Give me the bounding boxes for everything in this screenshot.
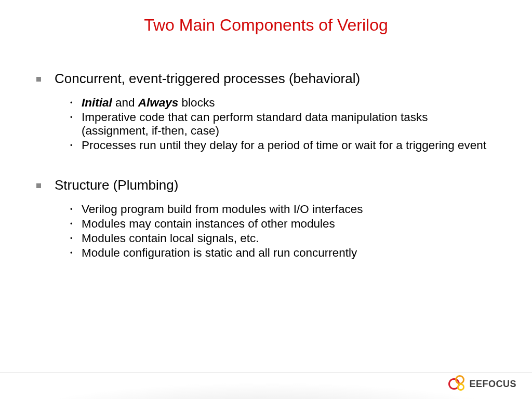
list-item: Verilog program build from modules with …: [70, 203, 496, 216]
footer-divider: [0, 372, 532, 373]
slide-content: Concurrent, event-triggered processes (b…: [21, 71, 511, 261]
list-item: Processes run until they delay for a per…: [70, 139, 496, 152]
list-item: Modules contain local signals, etc.: [70, 232, 496, 245]
brand-logo: EEFOCUS: [448, 375, 516, 393]
list-item: Module configuration is static and all r…: [70, 246, 496, 260]
list-item: Imperative code that can perform standar…: [70, 111, 496, 138]
section-1-list: Initial and Always blocks Imperative cod…: [55, 96, 496, 152]
section-2: Structure (Plumbing) Verilog program bui…: [36, 178, 496, 260]
section-2-body: Structure (Plumbing) Verilog program bui…: [55, 178, 496, 260]
section-2-list: Verilog program build from modules with …: [55, 203, 496, 260]
logo-mark-icon: [448, 375, 466, 393]
logo-text: EEFOCUS: [469, 379, 516, 390]
slide-footer: EEFOCUS: [0, 363, 532, 399]
section-1-heading: Concurrent, event-triggered processes (b…: [55, 71, 496, 87]
slide: Two Main Components of Verilog Concurren…: [0, 0, 532, 399]
section-1-body: Concurrent, event-triggered processes (b…: [55, 71, 496, 153]
list-item: Initial and Always blocks: [70, 96, 496, 110]
list-item: Modules may contain instances of other m…: [70, 217, 496, 231]
square-bullet-icon: [36, 77, 41, 82]
slide-title: Two Main Components of Verilog: [21, 16, 511, 35]
section-1: Concurrent, event-triggered processes (b…: [36, 71, 496, 153]
square-bullet-icon: [36, 183, 41, 188]
section-2-heading: Structure (Plumbing): [55, 178, 496, 193]
